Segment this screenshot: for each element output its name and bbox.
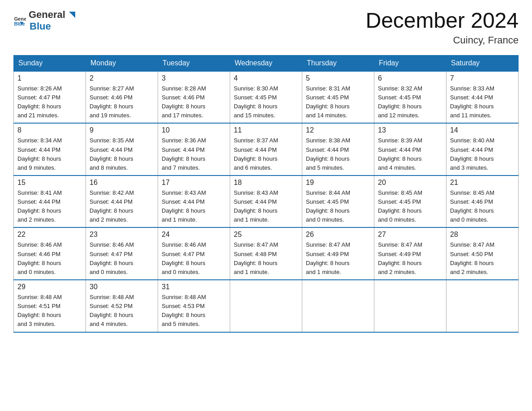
table-row: 17 Sunrise: 8:43 AM Sunset: 4:44 PM Dayl… [158,176,230,228]
calendar-week-row: 22 Sunrise: 8:46 AM Sunset: 4:46 PM Dayl… [14,227,519,280]
col-sunday: Sunday [14,55,86,71]
table-row: 4 Sunrise: 8:30 AM Sunset: 4:45 PM Dayli… [230,71,302,124]
day-number: 28 [450,231,515,239]
table-row: 29 Sunrise: 8:48 AM Sunset: 4:51 PM Dayl… [14,280,86,332]
day-info: Sunrise: 8:42 AM Sunset: 4:44 PM Dayligh… [90,188,154,225]
logo: General Blue General Blue [13,9,77,32]
day-info: Sunrise: 8:45 AM Sunset: 4:46 PM Dayligh… [450,188,515,225]
table-row: 16 Sunrise: 8:42 AM Sunset: 4:44 PM Dayl… [86,176,158,228]
table-row: 14 Sunrise: 8:40 AM Sunset: 4:44 PM Dayl… [446,123,519,176]
day-info: Sunrise: 8:48 AM Sunset: 4:51 PM Dayligh… [17,293,82,329]
table-row [374,280,446,332]
day-info: Sunrise: 8:48 AM Sunset: 4:53 PM Dayligh… [162,293,226,329]
day-number: 9 [90,126,154,134]
logo-general-text: General [29,9,65,21]
page-header: General Blue General Blue December 2024 … [13,9,519,46]
logo-icon: General Blue [13,14,26,27]
day-info: Sunrise: 8:34 AM Sunset: 4:44 PM Dayligh… [17,136,82,172]
svg-text:General: General [14,16,26,21]
col-saturday: Saturday [446,55,519,71]
col-monday: Monday [86,55,158,71]
day-number: 17 [162,179,226,187]
day-number: 12 [306,126,370,134]
table-row: 31 Sunrise: 8:48 AM Sunset: 4:53 PM Dayl… [158,280,230,332]
day-number: 20 [378,179,442,187]
table-row: 24 Sunrise: 8:46 AM Sunset: 4:47 PM Dayl… [158,227,230,280]
table-row [230,280,302,332]
day-number: 2 [90,74,154,82]
day-info: Sunrise: 8:31 AM Sunset: 4:45 PM Dayligh… [306,84,370,120]
calendar-header-row: Sunday Monday Tuesday Wednesday Thursday… [14,55,519,71]
day-number: 5 [306,74,370,82]
calendar-week-row: 29 Sunrise: 8:48 AM Sunset: 4:51 PM Dayl… [14,280,519,332]
day-number: 3 [162,74,226,82]
calendar-week-row: 15 Sunrise: 8:41 AM Sunset: 4:44 PM Dayl… [14,176,519,228]
day-info: Sunrise: 8:39 AM Sunset: 4:44 PM Dayligh… [378,136,442,172]
col-friday: Friday [374,55,446,71]
table-row: 30 Sunrise: 8:48 AM Sunset: 4:52 PM Dayl… [86,280,158,332]
day-info: Sunrise: 8:43 AM Sunset: 4:44 PM Dayligh… [162,188,226,225]
table-row [302,280,374,332]
table-row: 10 Sunrise: 8:36 AM Sunset: 4:44 PM Dayl… [158,123,230,176]
day-info: Sunrise: 8:47 AM Sunset: 4:50 PM Dayligh… [450,240,515,277]
svg-marker-3 [69,12,75,18]
calendar-table: Sunday Monday Tuesday Wednesday Thursday… [13,55,519,333]
table-row: 15 Sunrise: 8:41 AM Sunset: 4:44 PM Dayl… [14,176,86,228]
col-thursday: Thursday [302,55,374,71]
day-info: Sunrise: 8:36 AM Sunset: 4:44 PM Dayligh… [162,136,226,172]
location-text: Cuincy, France [365,34,519,46]
col-tuesday: Tuesday [158,55,230,71]
table-row: 2 Sunrise: 8:27 AM Sunset: 4:46 PM Dayli… [86,71,158,124]
table-row: 12 Sunrise: 8:38 AM Sunset: 4:44 PM Dayl… [302,123,374,176]
table-row: 11 Sunrise: 8:37 AM Sunset: 4:44 PM Dayl… [230,123,302,176]
day-info: Sunrise: 8:45 AM Sunset: 4:45 PM Dayligh… [378,188,442,225]
day-number: 29 [17,283,82,291]
day-info: Sunrise: 8:35 AM Sunset: 4:44 PM Dayligh… [90,136,154,172]
day-info: Sunrise: 8:37 AM Sunset: 4:44 PM Dayligh… [234,136,298,172]
day-info: Sunrise: 8:26 AM Sunset: 4:47 PM Dayligh… [17,84,82,120]
day-info: Sunrise: 8:41 AM Sunset: 4:44 PM Dayligh… [17,188,82,225]
day-number: 16 [90,179,154,187]
table-row: 18 Sunrise: 8:43 AM Sunset: 4:44 PM Dayl… [230,176,302,228]
day-info: Sunrise: 8:46 AM Sunset: 4:47 PM Dayligh… [90,240,154,277]
table-row: 22 Sunrise: 8:46 AM Sunset: 4:46 PM Dayl… [14,227,86,280]
day-number: 27 [378,231,442,239]
day-info: Sunrise: 8:43 AM Sunset: 4:44 PM Dayligh… [234,188,298,225]
table-row: 23 Sunrise: 8:46 AM Sunset: 4:47 PM Dayl… [86,227,158,280]
day-info: Sunrise: 8:46 AM Sunset: 4:46 PM Dayligh… [17,240,82,277]
day-number: 24 [162,231,226,239]
table-row: 13 Sunrise: 8:39 AM Sunset: 4:44 PM Dayl… [374,123,446,176]
day-number: 11 [234,126,298,134]
title-block: December 2024 Cuincy, France [365,9,519,46]
day-number: 21 [450,179,515,187]
day-info: Sunrise: 8:47 AM Sunset: 4:49 PM Dayligh… [378,240,442,277]
day-number: 19 [306,179,370,187]
table-row: 21 Sunrise: 8:45 AM Sunset: 4:46 PM Dayl… [446,176,519,228]
table-row [446,280,519,332]
table-row: 9 Sunrise: 8:35 AM Sunset: 4:44 PM Dayli… [86,123,158,176]
day-number: 22 [17,231,82,239]
day-number: 26 [306,231,370,239]
table-row: 19 Sunrise: 8:44 AM Sunset: 4:45 PM Dayl… [302,176,374,228]
col-wednesday: Wednesday [230,55,302,71]
day-info: Sunrise: 8:32 AM Sunset: 4:45 PM Dayligh… [378,84,442,120]
table-row: 8 Sunrise: 8:34 AM Sunset: 4:44 PM Dayli… [14,123,86,176]
day-number: 4 [234,74,298,82]
day-info: Sunrise: 8:48 AM Sunset: 4:52 PM Dayligh… [90,293,154,329]
table-row: 27 Sunrise: 8:47 AM Sunset: 4:49 PM Dayl… [374,227,446,280]
table-row: 3 Sunrise: 8:28 AM Sunset: 4:46 PM Dayli… [158,71,230,124]
day-info: Sunrise: 8:27 AM Sunset: 4:46 PM Dayligh… [90,84,154,120]
day-info: Sunrise: 8:30 AM Sunset: 4:45 PM Dayligh… [234,84,298,120]
table-row: 28 Sunrise: 8:47 AM Sunset: 4:50 PM Dayl… [446,227,519,280]
day-number: 1 [17,74,82,82]
calendar-week-row: 1 Sunrise: 8:26 AM Sunset: 4:47 PM Dayli… [14,71,519,124]
table-row: 25 Sunrise: 8:47 AM Sunset: 4:48 PM Dayl… [230,227,302,280]
day-info: Sunrise: 8:47 AM Sunset: 4:49 PM Dayligh… [306,240,370,277]
day-number: 25 [234,231,298,239]
day-number: 30 [90,283,154,291]
day-number: 18 [234,179,298,187]
day-number: 31 [162,283,226,291]
day-info: Sunrise: 8:40 AM Sunset: 4:44 PM Dayligh… [450,136,515,172]
table-row: 1 Sunrise: 8:26 AM Sunset: 4:47 PM Dayli… [14,71,86,124]
day-info: Sunrise: 8:46 AM Sunset: 4:47 PM Dayligh… [162,240,226,277]
